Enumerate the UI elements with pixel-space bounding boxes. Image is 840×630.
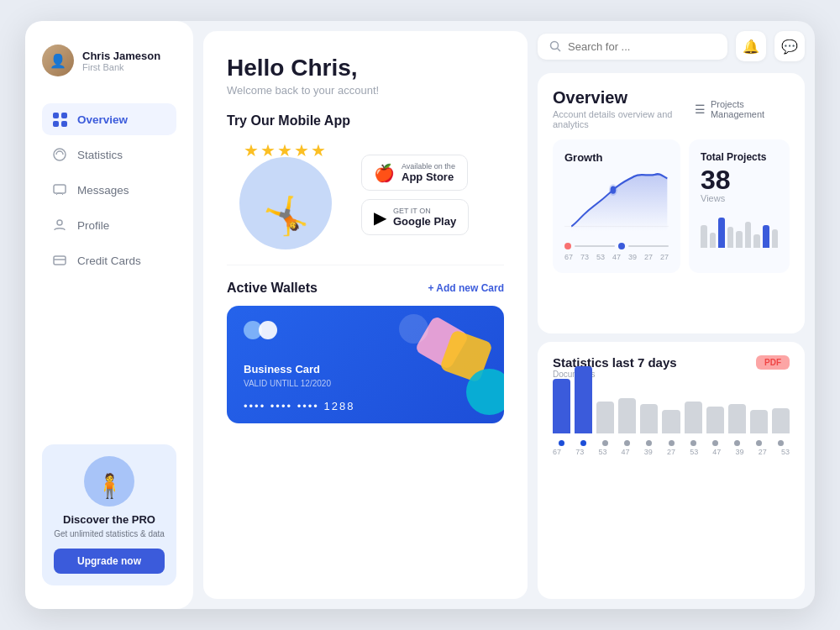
sidebar-item-messages[interactable]: Messages [42, 174, 176, 206]
sidebar-promo: 🧍 Discover the PRO Get unlimited statist… [42, 444, 176, 585]
projects-mgmt-badge[interactable]: ☰ Projects Management [695, 99, 790, 119]
sidebar-item-overview[interactable]: Overview [42, 103, 176, 135]
stats-bar [618, 398, 636, 433]
stats-bar [706, 407, 724, 433]
trend-line [575, 245, 615, 247]
card-valid: VALID UNTILL 12/2020 [244, 379, 487, 388]
wallets-title: Active Wallets [227, 281, 318, 296]
growth-chart-svg [564, 169, 669, 236]
app-store-sub: Available on the [402, 162, 455, 171]
tp-bar [736, 231, 743, 248]
stats-panel-title: Statistics last 7 days [553, 355, 677, 370]
message-button[interactable]: 💬 [774, 31, 805, 61]
sidebar-item-statistics[interactable]: Statistics [42, 139, 176, 171]
statistics-panel: Statistics last 7 days Documents PDF 67 … [538, 342, 805, 599]
stats-bar [662, 410, 680, 433]
sidebar-user: 👤 Chris Jameson First Bank [42, 45, 176, 76]
stats-bar-group [750, 410, 768, 446]
search-icon [549, 40, 561, 52]
sidebar-item-label: Profile [77, 219, 109, 232]
trend-line-2 [628, 245, 669, 247]
trend-dot-red [564, 243, 571, 249]
mobile-app-section: ★★★★★ 🤸 🍎 Available on the App Store ▶ G… [227, 140, 504, 249]
google-play-sub: GET IT ON [393, 207, 456, 215]
stats-bar-chart [553, 387, 790, 446]
svg-rect-3 [54, 256, 66, 265]
tp-bar [718, 218, 725, 248]
stats-bar-group [706, 407, 724, 446]
trend-dot-blue [618, 243, 625, 249]
main-content: Hello Chris, Welcome back to your accoun… [203, 31, 528, 599]
stars: ★★★★★ [244, 140, 328, 160]
tp-number: 38 [701, 166, 778, 193]
stats-row: Growth [553, 139, 790, 273]
google-play-main: Google Play [393, 215, 456, 228]
stats-dot [734, 440, 740, 446]
bell-icon: 🔔 [743, 39, 759, 55]
stats-bar-group [772, 408, 790, 446]
tp-bar [701, 225, 707, 248]
divider [227, 265, 504, 265]
promo-illustration: 🧍 [80, 456, 139, 507]
stats-bar-group [662, 410, 680, 446]
app-store-badge[interactable]: 🍎 Available on the App Store [361, 155, 468, 191]
tp-bar [727, 227, 734, 248]
sidebar-item-credit-cards[interactable]: Credit Cards [42, 244, 176, 276]
total-projects-card: Total Projects 38 Views [689, 139, 790, 273]
tp-bar [710, 233, 717, 248]
stats-dot [580, 440, 586, 446]
svg-line-6 [558, 49, 561, 52]
stats-bar [575, 366, 592, 433]
user-icon [52, 218, 67, 233]
overview-panel: Overview Account details overview and an… [538, 73, 805, 333]
svg-point-9 [609, 184, 617, 196]
stats-dot [669, 440, 675, 446]
apple-icon: 🍎 [374, 163, 395, 183]
sidebar-item-label: Overview [77, 113, 128, 126]
play-icon: ▶ [374, 207, 386, 228]
main-greeting: Hello Chris, Welcome back to your accoun… [227, 55, 504, 97]
app-container: 👤 Chris Jameson First Bank Overview [25, 21, 815, 609]
card-number: •••• •••• •••• 1288 [244, 400, 487, 412]
card-shape-4 [399, 314, 428, 344]
tp-bar-chart [701, 210, 778, 248]
tp-bar [753, 234, 760, 248]
mobile-app-section-title: Try Our Mobile App [227, 113, 504, 129]
sidebar-item-label: Credit Cards [77, 255, 141, 267]
stats-bar-group [553, 379, 570, 446]
overview-panel-title: Overview [553, 88, 695, 108]
promo-title: Discover the PRO [54, 513, 165, 526]
user-bank: First Bank [82, 62, 160, 72]
stats-dot [712, 440, 718, 446]
stats-bar [685, 402, 702, 433]
avatar: 👤 [42, 45, 74, 76]
app-store-text: Available on the App Store [402, 162, 455, 183]
notification-button[interactable]: 🔔 [736, 31, 766, 61]
stats-dot [690, 440, 696, 446]
promo-subtitle: Get unlimited statistics & data [54, 529, 165, 538]
growth-chart-labels: 67 73 53 47 39 27 27 [564, 253, 669, 261]
stats-bar [772, 408, 790, 433]
upgrade-button[interactable]: Upgrade now [54, 549, 165, 574]
search-input[interactable] [568, 40, 716, 53]
stats-bar [750, 410, 768, 433]
stats-dot [778, 440, 784, 446]
add-card-link[interactable]: + Add new Card [428, 282, 504, 294]
sidebar-item-label: Messages [77, 184, 129, 197]
stats-bar-group [596, 402, 614, 446]
google-play-badge[interactable]: ▶ GET IT ON Google Play [361, 199, 469, 235]
stats-bar-group [618, 398, 636, 446]
tp-title: Total Projects [701, 151, 778, 163]
sidebar-item-profile[interactable]: Profile [42, 209, 176, 241]
stats-bar-group [728, 404, 746, 446]
svg-rect-1 [54, 185, 66, 193]
stats-dot [559, 440, 564, 446]
search-bar[interactable] [538, 34, 727, 60]
mobile-app-illustration: ★★★★★ 🤸 [227, 140, 344, 249]
stats-bar-group [575, 366, 592, 446]
stats-bar [596, 402, 614, 433]
right-header: 🔔 💬 [538, 31, 805, 61]
chart-icon [52, 147, 67, 162]
app-badges: 🍎 Available on the App Store ▶ GET IT ON… [361, 155, 504, 235]
greeting-subtitle: Welcome back to your account! [227, 84, 504, 97]
